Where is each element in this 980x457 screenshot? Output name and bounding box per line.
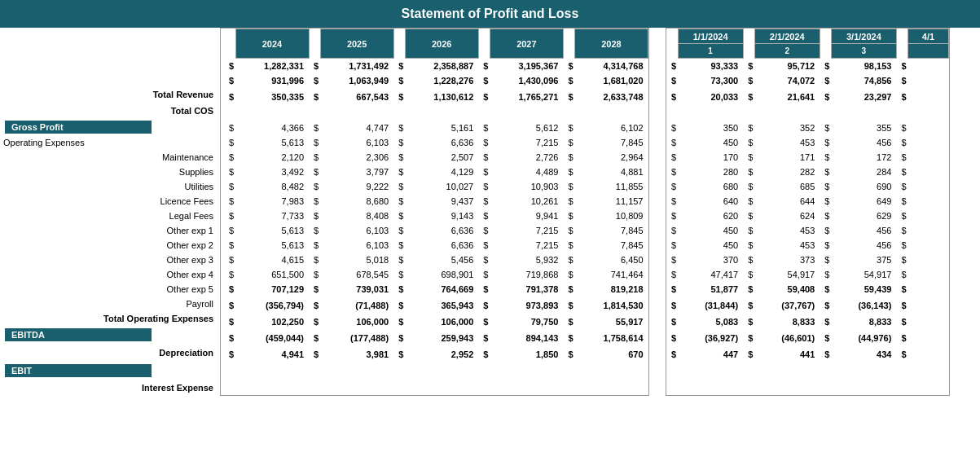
yearly-cell: 4,941 — [235, 347, 309, 362]
yearly-cell: 4,747 — [320, 121, 393, 135]
monthly-cell: 456 — [831, 238, 896, 253]
yearly-cell: 365,943 — [405, 297, 478, 314]
monthly-cell: (46,601) — [754, 329, 820, 347]
yearly-cell: (71,488) — [320, 297, 393, 314]
yearly-cell: 5,613 — [235, 135, 309, 150]
monthly-cell: 5,083 — [678, 314, 743, 329]
yearly-cell: 259,943 — [405, 329, 478, 347]
label-licence-fees: Licence Fees — [0, 194, 220, 209]
yearly-cell: 4,615 — [235, 253, 309, 267]
yearly-cell: 7,845 — [575, 223, 648, 238]
monthly-cell: 54,917 — [831, 267, 896, 282]
yearly-cell: 764,669 — [405, 282, 478, 297]
monthly-cell: 172 — [831, 150, 896, 165]
year-col-2024: 2024 — [235, 29, 309, 59]
monthly-cell: 280 — [678, 165, 743, 179]
yearly-cell: 7,845 — [575, 135, 648, 150]
yearly-cell: 11,855 — [575, 179, 648, 194]
yearly-cell: 106,000 — [405, 314, 478, 329]
yearly-cell: 667,543 — [320, 88, 393, 106]
yearly-cell: 791,378 — [490, 282, 563, 297]
month-col-num-2: 2 — [754, 44, 820, 59]
yearly-cell: 670 — [575, 347, 648, 362]
monthly-cell: 93,333 — [678, 59, 743, 73]
yearly-cell: 1,850 — [490, 347, 563, 362]
monthly-cell: 21,641 — [754, 88, 820, 106]
yearly-cell: 2,952 — [405, 347, 478, 362]
yearly-cell: 10,809 — [575, 209, 648, 223]
monthly-cell: 441 — [754, 347, 820, 362]
monthly-cell: 456 — [831, 135, 896, 150]
year-col-2027: 2027 — [490, 29, 563, 59]
monthly-cell: 680 — [678, 179, 743, 194]
monthly-cell: 629 — [831, 209, 896, 223]
yearly-cell: 6,636 — [405, 238, 478, 253]
yearly-cell: 719,868 — [490, 267, 563, 282]
gross-profit-label: Gross Profit — [5, 121, 152, 134]
yearly-cell: 4,366 — [235, 121, 309, 135]
yearly-cell: 3,981 — [320, 347, 393, 362]
monthly-cell: 685 — [754, 179, 820, 194]
yearly-cell: 9,222 — [320, 179, 393, 194]
monthly-cell: 447 — [678, 347, 743, 362]
yearly-cell: 6,103 — [320, 223, 393, 238]
monthly-cell: 624 — [754, 209, 820, 223]
yearly-cell: (177,488) — [320, 329, 393, 347]
month-col-num-4 — [908, 44, 949, 59]
monthly-cell: (31,844) — [678, 297, 743, 314]
yearly-cell: 8,408 — [320, 209, 393, 223]
monthly-cell: 434 — [831, 347, 896, 362]
monthly-cell: 620 — [678, 209, 743, 223]
month-col-header-2: 2/1/2024 — [754, 29, 820, 44]
yearly-cell: 651,500 — [235, 267, 309, 282]
yearly-cell: 5,932 — [490, 253, 563, 267]
month-col-num-3: 3 — [831, 44, 896, 59]
yearly-cell: 678,545 — [320, 267, 393, 282]
yearly-cell: 4,881 — [575, 165, 648, 179]
page-title: Statement of Profit and Loss — [0, 0, 980, 28]
label-other-exp5: Other exp 5 — [0, 282, 220, 297]
label-maintenance: Maintenance — [0, 150, 220, 165]
yearly-cell: 2,633,748 — [575, 88, 648, 106]
label-total-cos: Total COS — [0, 103, 220, 119]
monthly-cell: 8,833 — [754, 314, 820, 329]
label-other-exp3: Other exp 3 — [0, 253, 220, 267]
yearly-cell: 6,102 — [575, 121, 648, 135]
yearly-cell: 1,130,612 — [405, 88, 478, 106]
yearly-cell: 4,314,768 — [575, 59, 648, 73]
monthly-cell: 355 — [831, 121, 896, 135]
monthly-cell: 20,033 — [678, 88, 743, 106]
label-legal-fees: Legal Fees — [0, 209, 220, 223]
yearly-cell: 5,018 — [320, 253, 393, 267]
yearly-cell: 8,680 — [320, 194, 393, 209]
row-labels-panel: Total Revenue Total COS Gross Profit — [0, 28, 220, 396]
yearly-cell: 931,996 — [235, 73, 309, 88]
yearly-cell: 5,613 — [235, 223, 309, 238]
year-col-2025: 2025 — [320, 29, 393, 59]
yearly-cell: 1,228,276 — [405, 73, 478, 88]
monthly-cell: 450 — [678, 135, 743, 150]
yearly-cell: 79,750 — [490, 314, 563, 329]
page-container: Statement of Profit and Loss Total Reven… — [0, 0, 980, 457]
yearly-cell: 6,103 — [320, 238, 393, 253]
yearly-cell: 8,482 — [235, 179, 309, 194]
ebit-label: EBIT — [5, 364, 152, 377]
yearly-cell: 973,893 — [490, 297, 563, 314]
label-supplies: Supplies — [0, 165, 220, 179]
yearly-cell: 1,731,492 — [320, 59, 393, 73]
monthly-cell: 690 — [831, 179, 896, 194]
yearly-cell: 9,941 — [490, 209, 563, 223]
monthly-cell: 649 — [831, 194, 896, 209]
yearly-cell: 55,917 — [575, 314, 648, 329]
yearly-cell: 350,335 — [235, 88, 309, 106]
monthly-cell: 453 — [754, 135, 820, 150]
monthly-cell: (37,767) — [754, 297, 820, 314]
monthly-data-panel: 1/1/2024 2/1/2024 3/1/2024 4/1 1 2 — [666, 28, 950, 396]
monthly-cell: 284 — [831, 165, 896, 179]
yearly-cell: 741,464 — [575, 267, 648, 282]
yearly-cell: 4,489 — [490, 165, 563, 179]
yearly-cell: 10,261 — [490, 194, 563, 209]
monthly-cell: 370 — [678, 253, 743, 267]
monthly-cell: 282 — [754, 165, 820, 179]
yearly-cell: 3,797 — [320, 165, 393, 179]
